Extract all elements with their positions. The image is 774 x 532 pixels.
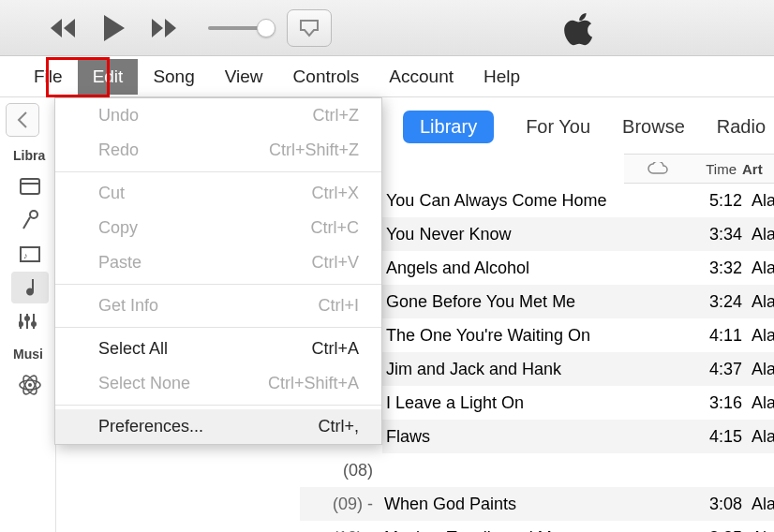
track-time: 3:32 — [692, 259, 742, 278]
table-row[interactable]: The One You're Waiting On4:11Ala — [382, 318, 774, 352]
sidebar-music-header: Musi — [0, 339, 55, 367]
track-title: Gone Before You Met Me — [382, 292, 692, 312]
track-artist: Ala — [742, 225, 774, 244]
table-row[interactable]: Angels and Alcohol3:32Ala — [382, 251, 774, 285]
column-artist[interactable]: Art — [742, 161, 774, 177]
track-list-lower: (08) (09) -When God Paints3:08Ala(10) -M… — [300, 453, 774, 532]
menu-help[interactable]: Help — [469, 59, 535, 95]
track-artist: Ala — [742, 326, 774, 346]
back-button[interactable] — [6, 103, 39, 137]
svg-marker-1 — [64, 19, 75, 37]
menu-copy[interactable]: CopyCtrl+C — [55, 211, 381, 245]
table-row[interactable]: (09) -When God Paints3:08Ala — [300, 487, 774, 521]
menu-cut[interactable]: CutCtrl+X — [55, 176, 381, 211]
track-artist: Ala — [742, 495, 774, 514]
track-time: 3:25 — [692, 528, 742, 533]
artists-icon[interactable] — [11, 204, 49, 236]
track-title: Flaws — [382, 427, 692, 447]
svg-point-13 — [19, 321, 23, 327]
track-title: I Leave a Light On — [382, 393, 692, 413]
track-artist: Ala — [742, 292, 774, 312]
menubar: File Edit Song View Controls Account Hel… — [0, 56, 774, 97]
atom-icon[interactable] — [11, 369, 49, 401]
recently-added-icon[interactable] — [11, 170, 49, 202]
track-title: The One You're Waiting On — [382, 326, 692, 346]
songs-icon[interactable] — [11, 272, 49, 303]
track-time: 3:08 — [692, 495, 742, 514]
svg-point-15 — [31, 321, 37, 327]
menu-select-all[interactable]: Select AllCtrl+A — [55, 332, 381, 366]
tab-for-you[interactable]: For You — [526, 116, 590, 138]
svg-point-14 — [24, 316, 30, 321]
track-time: 3:16 — [692, 393, 742, 413]
menu-redo[interactable]: RedoCtrl+Shift+Z — [55, 133, 381, 168]
track-number: (09) - — [300, 495, 380, 514]
track-title: You Never Know — [382, 225, 692, 244]
track-title: You Can Always Come Home — [382, 191, 692, 211]
track-time: 4:37 — [692, 360, 742, 379]
tab-browse[interactable]: Browse — [622, 116, 685, 138]
svg-marker-2 — [152, 19, 163, 37]
menu-song[interactable]: Song — [138, 59, 209, 95]
column-time[interactable]: Time — [692, 161, 742, 177]
track-time: 3:34 — [692, 225, 742, 244]
menu-controls[interactable]: Controls — [278, 59, 375, 95]
svg-point-16 — [28, 383, 32, 387]
next-button[interactable] — [148, 11, 182, 45]
table-row[interactable]: Jim and Jack and Hank4:37Ala — [382, 352, 774, 386]
track-time: 4:15 — [692, 427, 742, 447]
airplay-button[interactable] — [287, 9, 332, 47]
svg-marker-3 — [165, 19, 176, 37]
track-artist: Ala — [742, 191, 774, 211]
track-time: 5:12 — [692, 191, 742, 211]
menu-get-info[interactable]: Get InfoCtrl+I — [55, 288, 381, 323]
table-row[interactable]: (08) — [300, 453, 774, 487]
track-artist: Ala — [742, 393, 774, 413]
svg-point-6 — [30, 211, 37, 218]
table-row[interactable]: You Can Always Come Home5:12Ala — [382, 184, 774, 217]
table-row[interactable]: (10) -Mexico, Tequila and Me3:25Ala — [300, 521, 774, 532]
left-sidebar: Libra ♪ Musi — [0, 97, 56, 532]
track-time: 3:24 — [692, 292, 742, 312]
menu-file[interactable]: File — [19, 59, 78, 95]
player-toolbar — [0, 0, 774, 56]
table-row[interactable]: I Leave a Light On3:16Ala — [382, 386, 774, 420]
previous-button[interactable] — [47, 11, 81, 45]
track-title: Jim and Jack and Hank — [382, 360, 692, 379]
playback-controls — [9, 11, 182, 45]
track-artist: Ala — [742, 427, 774, 447]
play-button[interactable] — [97, 11, 131, 45]
menu-preferences[interactable]: Preferences...Ctrl+, — [55, 409, 381, 444]
tab-radio[interactable]: Radio — [717, 116, 766, 138]
table-row[interactable]: You Never Know3:34Ala — [382, 217, 774, 251]
track-number: (10) - — [300, 528, 380, 533]
apple-logo-icon — [562, 9, 596, 52]
svg-line-7 — [23, 217, 30, 229]
tab-library[interactable]: Library — [403, 111, 494, 143]
track-number: (08) — [300, 461, 380, 480]
menu-select-none[interactable]: Select NoneCtrl+Shift+A — [55, 366, 381, 401]
menu-account[interactable]: Account — [374, 59, 469, 95]
albums-icon[interactable]: ♪ — [11, 238, 49, 270]
genres-icon[interactable] — [11, 305, 49, 337]
track-title: Angels and Alcohol — [382, 259, 692, 278]
menu-paste[interactable]: PasteCtrl+V — [55, 245, 381, 280]
table-header: Time Art — [624, 154, 774, 184]
track-artist: Ala — [742, 259, 774, 278]
track-time: 4:11 — [692, 326, 742, 346]
menu-edit[interactable]: Edit — [78, 59, 139, 95]
menu-view[interactable]: View — [210, 59, 278, 95]
volume-slider[interactable] — [208, 26, 266, 30]
sidebar-library-header: Libra — [0, 137, 55, 169]
table-row[interactable]: Gone Before You Met Me3:24Ala — [382, 285, 774, 318]
svg-rect-4 — [21, 179, 39, 194]
track-title: When God Paints — [380, 495, 692, 514]
svg-marker-0 — [51, 19, 62, 37]
edit-dropdown-menu: UndoCtrl+Z RedoCtrl+Shift+Z CutCtrl+X Co… — [54, 97, 382, 445]
table-row[interactable]: Flaws4:15Ala — [382, 420, 774, 453]
svg-text:♪: ♪ — [23, 251, 28, 260]
track-title: Mexico, Tequila and Me — [380, 528, 692, 533]
track-artist: Ala — [742, 360, 774, 379]
menu-undo[interactable]: UndoCtrl+Z — [55, 98, 381, 133]
cloud-column-icon[interactable] — [624, 162, 692, 175]
